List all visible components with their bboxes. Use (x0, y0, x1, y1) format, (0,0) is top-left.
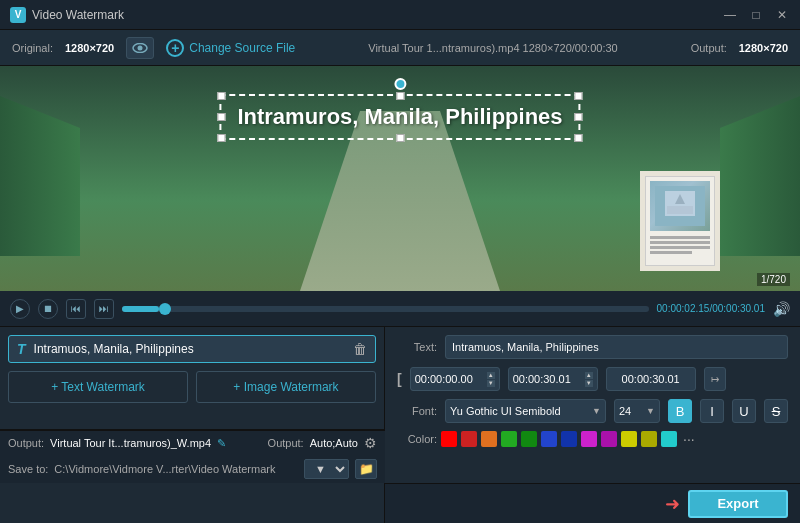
time-end-down-arrow[interactable]: ▼ (585, 380, 593, 387)
change-source-label: Change Source File (189, 41, 295, 55)
time-end-up-arrow[interactable]: ▲ (585, 372, 593, 379)
edit-output-button[interactable]: ✎ (217, 437, 226, 450)
time-start-value: 00:00:00.00 (415, 373, 473, 385)
export-button[interactable]: Export (688, 490, 788, 518)
prev-frame-button[interactable]: ⏮ (66, 299, 86, 319)
export-area: ➜ Export (385, 483, 800, 523)
color-swatch-8[interactable] (581, 431, 597, 447)
settings-gear-icon[interactable]: ⚙ (364, 435, 377, 451)
app-icon: V (10, 7, 26, 23)
more-colors-button[interactable]: ··· (683, 431, 695, 447)
handle-right-mid[interactable] (575, 113, 583, 121)
svg-point-1 (138, 45, 143, 50)
postcard-image (650, 181, 710, 231)
watermark-item[interactable]: T Intramuos, Manila, Philippines 🗑 (8, 335, 376, 363)
minimize-button[interactable]: — (722, 7, 738, 23)
strike-label: S (772, 404, 781, 419)
svg-rect-5 (667, 206, 693, 214)
color-swatch-10[interactable] (621, 431, 637, 447)
bold-button[interactable]: B (668, 399, 692, 423)
font-select[interactable]: Yu Gothic UI Semibold ▼ (445, 399, 606, 423)
add-text-label: + Text Watermark (51, 380, 145, 394)
progress-track[interactable] (122, 306, 649, 312)
time-up-arrow[interactable]: ▲ (487, 372, 495, 379)
color-swatch-5[interactable] (521, 431, 537, 447)
handle-left-mid[interactable] (217, 113, 225, 121)
volume-icon[interactable]: 🔊 (773, 301, 790, 317)
time-end-value: 00:00:30.01 (513, 373, 571, 385)
underline-button[interactable]: U (732, 399, 756, 423)
strikethrough-button[interactable]: S (764, 399, 788, 423)
add-image-watermark-button[interactable]: + Image Watermark (196, 371, 376, 403)
color-swatch-12[interactable] (661, 431, 677, 447)
plus-circle-icon: + (166, 39, 184, 57)
color-swatch-4[interactable] (501, 431, 517, 447)
save-label: Save to: (8, 463, 48, 475)
next-frame-button[interactable]: ⏭ (94, 299, 114, 319)
time-start-spinner[interactable]: ▲ ▼ (487, 372, 495, 387)
change-source-button[interactable]: + Change Source File (166, 39, 295, 57)
color-row: Color: ··· (397, 431, 788, 447)
font-chevron-down: ▼ (592, 406, 601, 416)
color-swatch-2[interactable] (461, 431, 477, 447)
font-value: Yu Gothic UI Semibold (450, 405, 561, 417)
underline-label: U (739, 404, 748, 419)
handle-bottom-left[interactable] (217, 134, 225, 142)
file-info: Virtual Tour 1...ntramuros).mp4 1280×720… (307, 42, 678, 54)
time-display: 00:00:02.15/00:00:30.01 (657, 303, 765, 314)
size-chevron-down: ▼ (646, 406, 655, 416)
output-label-top: Output: (691, 42, 727, 54)
time-end-button[interactable]: ↦ (704, 367, 726, 391)
handle-top-left[interactable] (217, 92, 225, 100)
add-text-watermark-button[interactable]: + Text Watermark (8, 371, 188, 403)
progress-thumb[interactable] (159, 303, 171, 315)
output-label-2: Output: (268, 437, 304, 449)
color-swatch-1[interactable] (441, 431, 457, 447)
time-start-input[interactable]: 00:00:00.00 ▲ ▼ (410, 367, 500, 391)
watermark-box[interactable]: Intramuros, Manila, Philippines (219, 94, 580, 140)
save-dropdown[interactable]: ▼ (304, 459, 349, 479)
font-label: Font: (397, 405, 437, 417)
play-button[interactable]: ▶ (10, 299, 30, 319)
italic-button[interactable]: I (700, 399, 724, 423)
output-value-2: Auto;Auto (310, 437, 358, 449)
title-bar: V Video Watermark — □ ✕ (0, 0, 800, 30)
save-path: C:\Vidmore\Vidmore V...rter\Video Waterm… (54, 463, 298, 475)
left-panel: T Intramuos, Manila, Philippines 🗑 + Tex… (0, 327, 385, 523)
delete-watermark-button[interactable]: 🗑 (353, 341, 367, 357)
bracket-icon: [ (397, 371, 402, 387)
original-label: Original: (12, 42, 53, 54)
open-folder-button[interactable]: 📁 (355, 459, 377, 479)
color-swatch-11[interactable] (641, 431, 657, 447)
window-controls: — □ ✕ (722, 7, 790, 23)
timecode-overlay: 1/720 (757, 273, 790, 286)
time-end-spinner[interactable]: ▲ ▼ (585, 372, 593, 387)
watermark-item-label: Intramuos, Manila, Philippines (34, 342, 353, 356)
rotate-handle[interactable] (394, 78, 406, 90)
export-arrow-indicator: ➜ (665, 493, 680, 515)
close-button[interactable]: ✕ (774, 7, 790, 23)
postcard (645, 176, 715, 266)
handle-bottom-mid[interactable] (396, 134, 404, 142)
maximize-button[interactable]: □ (748, 7, 764, 23)
eye-button[interactable] (126, 37, 154, 59)
postcard-lines (650, 234, 710, 256)
color-swatch-9[interactable] (601, 431, 617, 447)
color-swatch-6[interactable] (541, 431, 557, 447)
output-row: Output: Virtual Tour It...tramuros)_W.mp… (0, 430, 385, 455)
time-end-input[interactable]: 00:00:30.01 ▲ ▼ (508, 367, 598, 391)
output-label-1: Output: (8, 437, 44, 449)
handle-top-right[interactable] (575, 92, 583, 100)
output-value-1: Virtual Tour It...tramuros)_W.mp4 (50, 437, 211, 449)
color-swatch-3[interactable] (481, 431, 497, 447)
text-input[interactable] (445, 335, 788, 359)
text-watermark-icon: T (17, 341, 26, 357)
time-down-arrow[interactable]: ▼ (487, 380, 495, 387)
time-row: [ 00:00:00.00 ▲ ▼ 00:00:30.01 ▲ ▼ 00:00:… (397, 367, 788, 391)
handle-bottom-right[interactable] (575, 134, 583, 142)
stop-button[interactable]: ⏹ (38, 299, 58, 319)
top-bar: Original: 1280×720 + Change Source File … (0, 30, 800, 66)
size-select[interactable]: 24 ▼ (614, 399, 660, 423)
handle-top-mid[interactable] (396, 92, 404, 100)
color-swatch-7[interactable] (561, 431, 577, 447)
